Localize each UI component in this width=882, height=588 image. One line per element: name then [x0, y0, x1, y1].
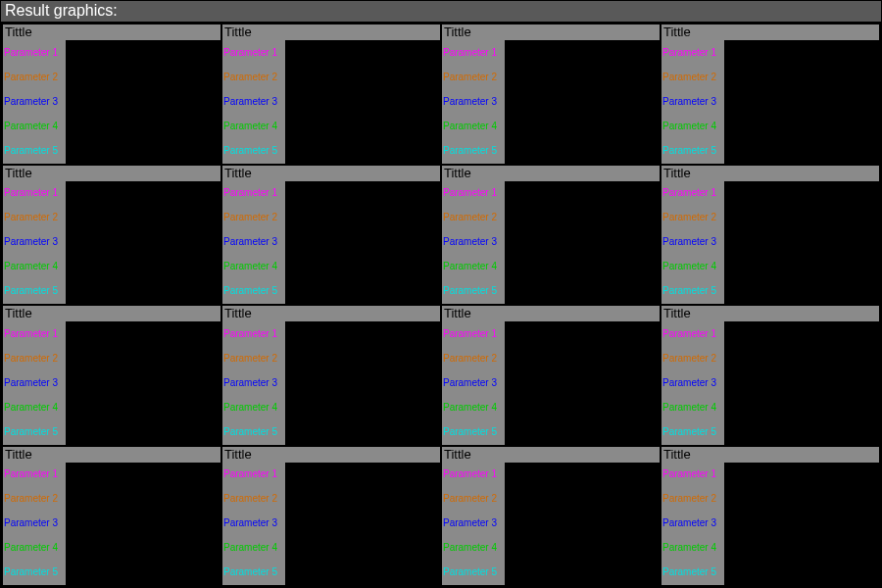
legend-item: Parameter 5 [662, 285, 724, 297]
legend-item: Parameter 4 [443, 542, 505, 554]
legend-item: Parameter 3 [443, 236, 505, 248]
chart-title: Tittle [3, 306, 220, 321]
legend-item: Parameter 1 [662, 187, 724, 199]
legend-item: Parameter 3 [223, 236, 285, 248]
legend-item: Parameter 4 [223, 402, 285, 414]
legend-item: Parameter 1 [662, 468, 724, 480]
legend-item: Parameter 2 [4, 353, 66, 365]
legend-item: Parameter 5 [662, 566, 724, 578]
legend-item: Parameter 5 [4, 426, 66, 438]
legend-item: Parameter 5 [223, 285, 285, 297]
legend-item: Parameter 2 [4, 493, 66, 505]
chart-cell: TittleParameter 1Parameter 2Parameter 3P… [222, 447, 440, 586]
chart-legend: Parameter 1Parameter 2Parameter 3Paramet… [662, 181, 724, 305]
chart-plot-area [505, 40, 660, 164]
legend-item: Parameter 2 [443, 72, 505, 83]
chart-plot-area [285, 463, 440, 586]
chart-cell: TittleParameter 1Parameter 2Parameter 3P… [442, 24, 660, 164]
legend-item: Parameter 4 [443, 402, 505, 414]
legend-item: Parameter 5 [443, 566, 505, 578]
legend-item: Parameter 4 [4, 402, 66, 414]
legend-item: Parameter 5 [4, 145, 66, 157]
legend-item: Parameter 2 [662, 353, 724, 365]
legend-item: Parameter 1 [223, 468, 285, 480]
legend-item: Parameter 5 [443, 285, 505, 297]
chart-legend: Parameter 1Parameter 2Parameter 3Paramet… [662, 463, 724, 586]
chart-title: Tittle [222, 447, 440, 463]
legend-item: Parameter 1 [223, 47, 285, 59]
legend-item: Parameter 4 [223, 121, 285, 132]
chart-cell: TittleParameter 1Parameter 2Parameter 3P… [442, 166, 660, 305]
legend-item: Parameter 5 [4, 566, 66, 578]
chart-legend: Parameter 1Parameter 2Parameter 3Paramet… [3, 463, 66, 586]
chart-title: Tittle [3, 166, 220, 181]
legend-item: Parameter 4 [662, 402, 724, 414]
legend-item: Parameter 3 [4, 377, 66, 389]
legend-item: Parameter 3 [443, 517, 505, 529]
legend-item: Parameter 4 [662, 121, 724, 132]
legend-item: Parameter 3 [443, 377, 505, 389]
legend-item: Parameter 3 [662, 236, 724, 248]
legend-item: Parameter 3 [4, 517, 66, 529]
chart-cell: TittleParameter 1Parameter 2Parameter 3P… [222, 24, 440, 164]
legend-item: Parameter 1 [662, 47, 724, 59]
legend-item: Parameter 3 [4, 96, 66, 108]
chart-legend: Parameter 1Parameter 2Parameter 3Paramet… [222, 40, 285, 164]
chart-title: Tittle [442, 24, 660, 40]
chart-legend: Parameter 1Parameter 2Parameter 3Paramet… [222, 181, 285, 305]
chart-cell: TittleParameter 1Parameter 2Parameter 3P… [662, 306, 879, 445]
legend-item: Parameter 5 [4, 285, 66, 297]
chart-plot-area [285, 40, 440, 164]
legend-item: Parameter 2 [662, 493, 724, 505]
chart-plot-area [724, 463, 879, 586]
chart-cell: TittleParameter 1Parameter 2Parameter 3P… [442, 306, 660, 445]
chart-cell: TittleParameter 1Parameter 2Parameter 3P… [3, 166, 220, 305]
legend-item: Parameter 2 [443, 212, 505, 223]
legend-item: Parameter 1 [662, 328, 724, 340]
chart-title: Tittle [222, 306, 440, 321]
chart-cell: TittleParameter 1Parameter 2Parameter 3P… [222, 306, 440, 445]
chart-plot-area [724, 181, 879, 305]
legend-item: Parameter 4 [4, 261, 66, 272]
panel-title: Result graphics: [5, 2, 118, 19]
chart-legend: Parameter 1Parameter 2Parameter 3Paramet… [442, 463, 505, 586]
legend-item: Parameter 4 [662, 542, 724, 554]
chart-title: Tittle [442, 306, 660, 321]
legend-item: Parameter 5 [662, 145, 724, 157]
legend-item: Parameter 4 [443, 261, 505, 272]
chart-plot-area [285, 321, 440, 445]
legend-item: Parameter 1 [223, 187, 285, 199]
chart-cell: TittleParameter 1Parameter 2Parameter 3P… [662, 166, 879, 305]
chart-plot-area [505, 181, 660, 305]
legend-item: Parameter 4 [223, 542, 285, 554]
legend-item: Parameter 1 [4, 187, 66, 199]
legend-item: Parameter 1 [443, 47, 505, 59]
chart-plot-area [66, 40, 220, 164]
chart-cell: TittleParameter 1Parameter 2Parameter 3P… [662, 24, 879, 164]
chart-cell: TittleParameter 1Parameter 2Parameter 3P… [442, 447, 660, 586]
legend-item: Parameter 4 [4, 121, 66, 132]
legend-item: Parameter 1 [443, 187, 505, 199]
chart-title: Tittle [442, 447, 660, 463]
legend-item: Parameter 3 [662, 96, 724, 108]
chart-plot-area [66, 463, 220, 586]
chart-legend: Parameter 1Parameter 2Parameter 3Paramet… [662, 40, 724, 164]
legend-item: Parameter 1 [4, 328, 66, 340]
legend-item: Parameter 4 [662, 261, 724, 272]
legend-item: Parameter 5 [223, 145, 285, 157]
chart-title: Tittle [3, 24, 220, 40]
chart-legend: Parameter 1Parameter 2Parameter 3Paramet… [442, 321, 505, 445]
chart-cell: TittleParameter 1Parameter 2Parameter 3P… [662, 447, 879, 586]
chart-legend: Parameter 1Parameter 2Parameter 3Paramet… [3, 321, 66, 445]
legend-item: Parameter 2 [443, 353, 505, 365]
chart-title: Tittle [662, 24, 879, 40]
legend-item: Parameter 5 [662, 426, 724, 438]
result-grid: TittleParameter 1Parameter 2Parameter 3P… [1, 23, 881, 587]
chart-title: Tittle [662, 447, 879, 463]
legend-item: Parameter 2 [4, 72, 66, 83]
chart-plot-area [66, 181, 220, 305]
chart-cell: TittleParameter 1Parameter 2Parameter 3P… [3, 24, 220, 164]
legend-item: Parameter 5 [223, 566, 285, 578]
chart-plot-area [724, 321, 879, 445]
chart-legend: Parameter 1Parameter 2Parameter 3Paramet… [222, 321, 285, 445]
